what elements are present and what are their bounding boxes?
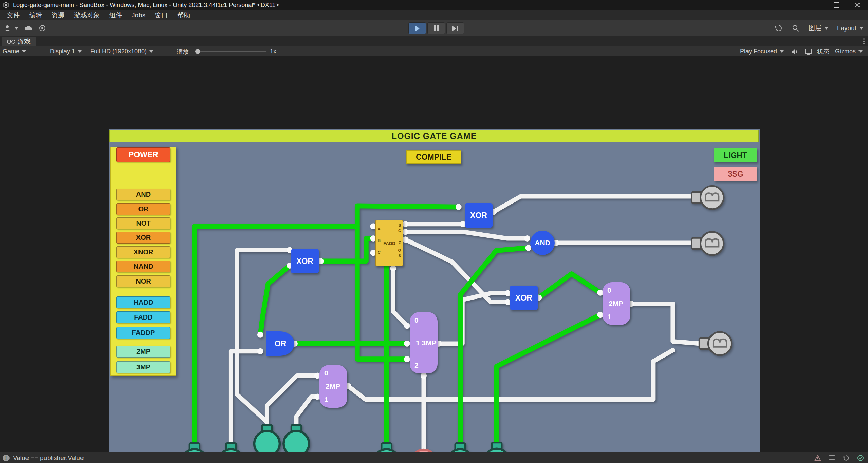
menu-assets[interactable]: 资源 [47, 10, 69, 20]
title-bar: Logic-gate-game-main - SandBox - Windows… [0, 0, 868, 10]
menu-window[interactable]: 窗口 [150, 10, 172, 20]
stats-label: 状态 [817, 47, 829, 56]
cloud-icon[interactable] [24, 25, 33, 32]
toolbox-hadd-button[interactable]: HADD [116, 296, 170, 308]
display-dropdown[interactable]: Display 1 [50, 46, 82, 56]
ok-check-icon [857, 455, 864, 461]
menu-component[interactable]: 组件 [105, 10, 127, 20]
3sg-button[interactable]: 3SG [714, 167, 757, 181]
xor-gate-3[interactable]: XOR [510, 286, 538, 310]
play-focused-label: Play Focused [740, 48, 777, 55]
unity-logo-icon [3, 2, 10, 8]
maximize-button[interactable] [826, 0, 847, 10]
compile-button[interactable]: COMPILE [406, 150, 461, 164]
mux-row: 2 [410, 361, 438, 369]
minimize-button[interactable] [805, 0, 826, 10]
vsync-monitor-icon[interactable] [805, 46, 812, 56]
services-badge-icon[interactable] [39, 24, 46, 32]
and-gate[interactable]: AND [530, 231, 555, 255]
toolbox-and-button[interactable]: AND [116, 189, 170, 200]
resolution-label: Full HD (1920x1080) [90, 48, 147, 55]
menu-gameobject[interactable]: 游戏对象 [69, 10, 105, 20]
search-icon[interactable] [792, 24, 800, 32]
power-node[interactable] [283, 425, 309, 457]
mux-row: 1 3MP [410, 339, 438, 347]
window-title: Logic-gate-game-main - SandBox - Windows… [13, 2, 279, 9]
mux-2mp-1[interactable]: 0 2MP 1 [603, 282, 630, 325]
xor-gate-1[interactable]: XOR [465, 203, 493, 228]
fadd-label: FADD [383, 240, 395, 246]
main-toolbar: 图层 Layout [0, 20, 868, 36]
zoom-slider[interactable] [195, 46, 266, 56]
account-icon[interactable] [3, 24, 18, 32]
power-node[interactable] [254, 425, 280, 457]
display-label: Display 1 [50, 48, 75, 55]
toolbox-3mp-button[interactable]: 3MP [116, 361, 170, 373]
fadd-pin-a: A [378, 227, 381, 231]
gizmos-dropdown[interactable]: Gizmos [835, 46, 863, 56]
chevron-down-icon [859, 27, 863, 30]
play-button[interactable] [408, 22, 426, 34]
close-button[interactable] [847, 0, 868, 10]
tab-options-kebab-icon[interactable] [863, 38, 865, 44]
fadd-pin-s2: S [399, 254, 401, 258]
mux-row: 0 [603, 286, 630, 294]
layout-label: Layout [837, 24, 856, 32]
light-bulb [699, 332, 732, 355]
or-gate[interactable]: OR [266, 331, 294, 356]
gizmos-label: Gizmos [835, 48, 856, 55]
light-button[interactable]: LIGHT [714, 148, 757, 162]
tab-game-label: 游戏 [18, 37, 31, 46]
game-title-banner: LOGIC GATE GAME [109, 130, 759, 142]
fadd-pin-b: B [378, 238, 381, 243]
zoom-slider-knob[interactable] [195, 49, 200, 54]
panel-tab-bar: 游戏 [0, 36, 868, 46]
light-bulb [691, 232, 724, 255]
pause-button[interactable] [427, 22, 445, 34]
view-mode-dropdown[interactable]: Game [3, 46, 26, 56]
mux-row: 2MP [603, 300, 630, 308]
tab-game[interactable]: 游戏 [2, 37, 36, 46]
toolbox-not-button[interactable]: NOT [116, 217, 170, 229]
refresh-icon[interactable] [843, 455, 850, 461]
toolbox-nor-button[interactable]: NOR [116, 275, 170, 287]
mux-row: 1 [319, 396, 347, 404]
view-mode-label: Game [3, 48, 19, 55]
fadd-pin-z: Z [399, 240, 401, 245]
console-messages-icon[interactable] [829, 455, 835, 461]
toolbox-xnor-button[interactable]: XNOR [116, 246, 170, 258]
resolution-dropdown[interactable]: Full HD (1920x1080) [90, 46, 153, 56]
layers-label: 图层 [809, 24, 821, 33]
layers-dropdown[interactable]: 图层 [809, 24, 828, 33]
mux-2mp-2[interactable]: 0 2MP 1 [319, 365, 347, 408]
toolbox-xor-button[interactable]: XOR [116, 232, 170, 244]
gamepad-icon [7, 39, 15, 44]
mux-3mp[interactable]: 0 1 3MP 2 [410, 312, 438, 373]
mute-audio-icon[interactable] [791, 46, 798, 56]
menu-bar: 文件 编辑 资源 游戏对象 组件 Jobs 窗口 帮助 [0, 10, 868, 20]
xor-gate-2[interactable]: XOR [291, 249, 319, 273]
stats-toggle[interactable]: 状态 [817, 46, 829, 56]
mux-row: 0 [410, 316, 438, 324]
undo-history-icon[interactable] [775, 24, 783, 32]
game-board: LOGIC GATE GAME TOOLBOX POWER AND OR NOT… [109, 129, 760, 463]
info-icon[interactable] [3, 455, 10, 461]
menu-edit[interactable]: 编辑 [24, 10, 47, 20]
fadd-chip[interactable]: A B C S C Z O S FADD [375, 220, 403, 266]
toolbox-power-button[interactable]: POWER [116, 147, 170, 162]
collab-alert-icon[interactable] [814, 455, 821, 461]
toolbox-or-button[interactable]: OR [116, 203, 170, 215]
toolbox-faddp-button[interactable]: FADDP [116, 327, 170, 339]
menu-file[interactable]: 文件 [2, 10, 24, 20]
play-focused-dropdown[interactable]: Play Focused [740, 46, 784, 56]
zoom-value: 1x [270, 46, 276, 56]
mux-row: 1 [603, 313, 630, 321]
mux-row: 0 [319, 369, 347, 377]
menu-jobs[interactable]: Jobs [127, 10, 150, 20]
layout-dropdown[interactable]: Layout [837, 24, 863, 32]
toolbox-nand-button[interactable]: NAND [116, 261, 170, 272]
step-button[interactable] [446, 22, 464, 34]
toolbox-2mp-button[interactable]: 2MP [116, 346, 170, 358]
toolbox-fadd-button[interactable]: FADD [116, 311, 170, 323]
menu-help[interactable]: 帮助 [172, 10, 195, 20]
